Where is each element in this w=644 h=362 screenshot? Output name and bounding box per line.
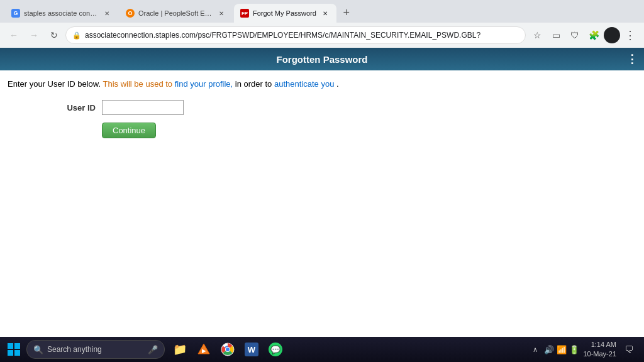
shield-icon[interactable]: 🛡 (566, 26, 584, 44)
instruction-prefix: Enter your User ID below. (8, 79, 101, 89)
page-title: Forgotten Password (276, 54, 367, 65)
taskbar: 🔍 Search anything 🎤 📁 ▶ (0, 337, 644, 362)
tab-close-staples[interactable]: ✕ (102, 8, 112, 18)
system-clock[interactable]: 1:14 AM 10-May-21 (583, 340, 616, 359)
taskbar-app-chrome[interactable] (216, 338, 239, 361)
profile-avatar[interactable] (604, 27, 620, 43)
start-button[interactable] (3, 338, 25, 361)
svg-rect-0 (8, 343, 13, 349)
tray-wifi-icon[interactable]: 📶 (557, 345, 567, 354)
tray-speaker-icon[interactable]: 🔊 (544, 345, 554, 354)
address-text: associateconnection.staples.com/psc/FRGT… (85, 31, 519, 40)
page-header: Forgotten Password ⋮ (0, 48, 644, 70)
tray-chevron[interactable]: ∧ (530, 344, 540, 355)
taskbar-search-bar[interactable]: 🔍 Search anything 🎤 (26, 340, 165, 359)
taskbar-app-vlc[interactable]: ▶ (192, 338, 215, 361)
new-tab-button[interactable]: + (338, 4, 355, 21)
tab-bar: G staples associate connection log... ✕ … (0, 0, 644, 23)
taskbar-search-text: Search anything (47, 345, 102, 354)
svg-point-9 (226, 348, 230, 351)
taskbar-app-whatsapp[interactable]: 💬 (264, 338, 287, 361)
instruction-link2[interactable]: authenticate you (274, 79, 334, 89)
browser-menu-button[interactable]: ⋮ (621, 26, 639, 44)
taskbar-app-word[interactable]: W (240, 338, 263, 361)
taskbar-search-icon: 🔍 (33, 345, 43, 354)
tab-close-oracle[interactable]: ✕ (216, 8, 226, 18)
continue-button[interactable]: Continue (102, 123, 156, 138)
clock-time: 1:14 AM (583, 340, 616, 349)
reload-button[interactable]: ↻ (45, 26, 63, 44)
whatsapp-icon: 💬 (269, 343, 282, 356)
windows-logo-icon (7, 343, 21, 356)
instruction-highlight1: This will be used to (103, 79, 175, 89)
tab-label-forgot: Forgot My Password (253, 9, 316, 17)
tab-label-staples: staples associate connection log... (24, 9, 98, 17)
tray-battery-icon[interactable]: 🔋 (569, 345, 579, 354)
forward-button[interactable]: → (25, 26, 43, 44)
tab-staples[interactable]: G staples associate connection log... ✕ (5, 4, 118, 23)
tab-favicon-forgot: FP (240, 9, 249, 18)
instruction-suffix: . (336, 79, 339, 89)
tab-close-forgot[interactable]: ✕ (320, 8, 330, 18)
tray-icons: 🔊 📶 🔋 (544, 345, 579, 354)
address-bar[interactable]: 🔒 associateconnection.staples.com/psc/FR… (65, 26, 526, 44)
notification-button[interactable]: 🗨 (620, 341, 638, 358)
bookmark-star-icon[interactable]: ☆ (528, 26, 546, 44)
taskbar-right: ∧ 🔊 📶 🔋 1:14 AM 10-May-21 🗨 (530, 340, 641, 359)
page-header-menu-button[interactable]: ⋮ (626, 52, 638, 66)
file-explorer-icon: 📁 (173, 343, 187, 356)
main-content: Enter your User ID below. This will be u… (0, 70, 644, 259)
svg-rect-3 (14, 350, 20, 356)
tab-oracle[interactable]: O Oracle | PeopleSoft Enterprise Se... ✕ (119, 4, 233, 23)
address-bar-row: ← → ↻ 🔒 associateconnection.staples.com/… (0, 23, 644, 48)
user-id-input[interactable] (102, 100, 184, 115)
taskbar-app-file-explorer[interactable]: 📁 (169, 338, 191, 361)
browser-icons: ☆ ▭ 🛡 🧩 ⋮ (528, 26, 639, 44)
svg-rect-2 (8, 350, 13, 356)
word-icon: W (245, 343, 258, 356)
taskbar-apps: 📁 ▶ W 💬 (169, 338, 287, 361)
taskbar-microphone-icon[interactable]: 🎤 (148, 345, 158, 354)
tab-favicon-staples: G (11, 9, 20, 18)
back-button[interactable]: ← (5, 26, 23, 44)
browser-chrome: G staples associate connection log... ✕ … (0, 0, 644, 48)
clock-date: 10-May-21 (583, 349, 616, 359)
tab-label-oracle: Oracle | PeopleSoft Enterprise Se... (138, 9, 213, 17)
svg-rect-1 (14, 343, 20, 349)
instruction-link1[interactable]: find your profile, (175, 79, 233, 89)
tab-favicon-oracle: O (126, 9, 135, 18)
user-id-row: User ID (58, 100, 636, 115)
user-id-label: User ID (58, 103, 96, 112)
cast-icon[interactable]: ▭ (547, 26, 565, 44)
lock-icon: 🔒 (72, 31, 81, 40)
instruction-middle: in order to (235, 79, 274, 89)
vlc-icon: ▶ (197, 343, 211, 356)
instruction-text: Enter your User ID below. This will be u… (8, 79, 636, 89)
svg-text:▶: ▶ (202, 348, 206, 354)
extension-icon[interactable]: 🧩 (585, 26, 602, 44)
chrome-icon (221, 343, 235, 356)
tab-forgot-password[interactable]: FP Forgot My Password ✕ (234, 4, 336, 23)
